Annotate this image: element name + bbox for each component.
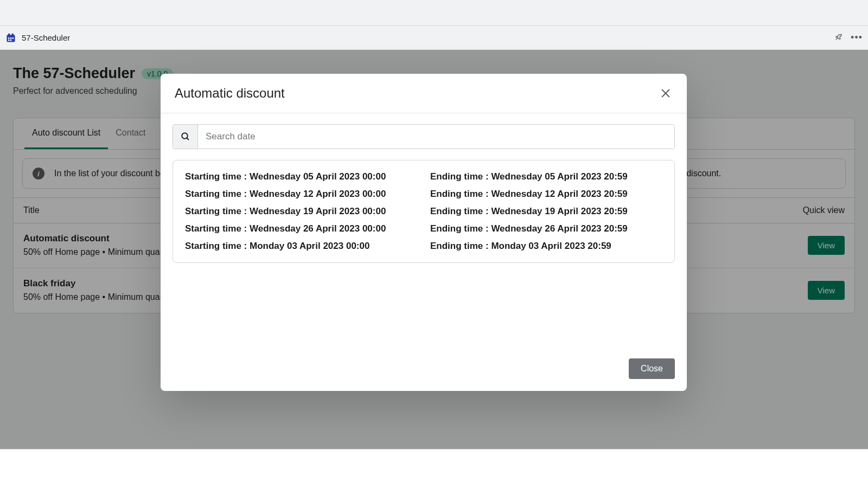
search-wrap [173, 124, 675, 149]
modal-title: Automatic discount [175, 86, 285, 101]
search-input[interactable] [198, 125, 674, 149]
date-row: Starting time : Wednesday 12 April 2023 … [185, 185, 662, 203]
close-button[interactable]: Close [629, 358, 675, 379]
svg-rect-1 [8, 33, 10, 36]
date-end: Ending time : Wednesday 05 April 2023 20… [430, 171, 662, 182]
date-row: Starting time : Wednesday 19 April 2023 … [185, 203, 662, 220]
close-icon[interactable] [659, 86, 673, 100]
app-logo-icon [5, 33, 16, 43]
date-end: Ending time : Wednesday 26 April 2023 20… [430, 223, 662, 234]
svg-line-12 [187, 138, 189, 140]
dates-box: Starting time : Wednesday 05 April 2023 … [173, 160, 675, 263]
svg-rect-7 [10, 39, 12, 41]
svg-line-8 [836, 38, 838, 40]
date-end: Ending time : Wednesday 19 April 2023 20… [430, 206, 662, 217]
date-start: Starting time : Wednesday 19 April 2023 … [185, 206, 430, 217]
date-row: Starting time : Monday 03 April 2023 00:… [185, 237, 662, 255]
svg-rect-4 [10, 37, 12, 39]
date-start: Starting time : Wednesday 05 April 2023 … [185, 171, 430, 182]
date-start: Starting time : Wednesday 12 April 2023 … [185, 189, 430, 200]
date-start: Starting time : Monday 03 April 2023 00:… [185, 241, 430, 252]
modal-schedule: Automatic discount Starting time : Wedne… [161, 74, 687, 391]
pin-icon[interactable] [834, 33, 843, 43]
svg-rect-5 [12, 37, 14, 39]
app-name: 57-Scheduler [22, 33, 70, 42]
bottom-bar [0, 449, 868, 488]
search-icon [173, 125, 198, 149]
svg-rect-2 [12, 33, 14, 36]
date-row: Starting time : Wednesday 26 April 2023 … [185, 220, 662, 237]
top-spacer [0, 0, 868, 26]
date-row: Starting time : Wednesday 05 April 2023 … [185, 168, 662, 185]
date-end: Ending time : Monday 03 April 2023 20:59 [430, 241, 662, 252]
more-icon[interactable]: ••• [851, 32, 863, 43]
svg-point-11 [182, 133, 188, 139]
app-bar: 57-Scheduler ••• [0, 26, 868, 50]
date-start: Starting time : Wednesday 26 April 2023 … [185, 223, 430, 234]
svg-rect-6 [8, 39, 10, 41]
date-end: Ending time : Wednesday 12 April 2023 20… [430, 189, 662, 200]
svg-rect-3 [8, 37, 10, 39]
